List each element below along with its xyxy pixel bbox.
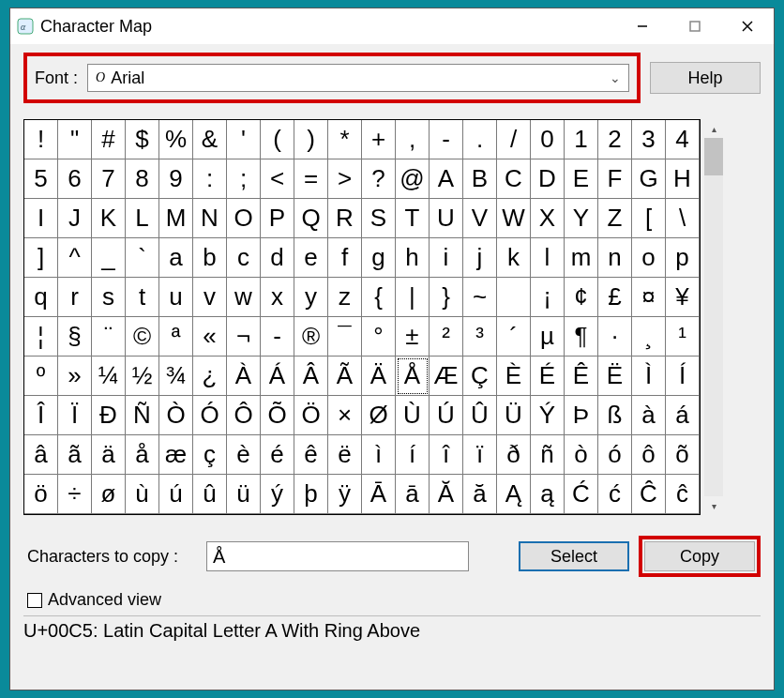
char-cell[interactable]: ` [126, 238, 159, 278]
char-cell[interactable]: Í [666, 357, 700, 396]
char-cell[interactable]: ê [294, 435, 328, 475]
copy-button[interactable]: Copy [644, 541, 755, 571]
char-cell[interactable]: = [294, 159, 328, 199]
char-cell[interactable]: ³ [463, 317, 497, 357]
char-cell[interactable]: _ [92, 238, 126, 278]
char-cell[interactable]: @ [396, 159, 430, 199]
char-cell[interactable]: z [328, 278, 362, 317]
char-cell[interactable]: © [126, 317, 159, 357]
char-cell[interactable]: o [632, 238, 666, 278]
char-cell[interactable]: · [598, 317, 632, 357]
char-cell[interactable]: É [531, 357, 565, 396]
char-cell[interactable]: õ [666, 435, 700, 475]
char-cell[interactable]: } [430, 278, 463, 317]
char-cell[interactable]: f [328, 238, 362, 278]
char-cell[interactable]: Î [24, 396, 58, 435]
char-cell[interactable]: A [430, 159, 463, 199]
char-cell[interactable]: Ú [430, 396, 463, 435]
char-cell[interactable]: » [58, 357, 92, 396]
characters-to-copy-input[interactable] [206, 541, 469, 571]
char-cell[interactable]: ¨ [92, 317, 126, 357]
char-cell[interactable]: ¿ [193, 357, 227, 396]
char-cell[interactable]: j [463, 238, 497, 278]
select-button[interactable]: Select [519, 541, 629, 571]
char-cell[interactable]: g [362, 238, 396, 278]
char-cell[interactable]: p [666, 238, 700, 278]
char-cell[interactable]: ² [430, 317, 463, 357]
char-cell[interactable]: × [328, 396, 362, 435]
char-cell[interactable]: ½ [126, 357, 159, 396]
char-cell[interactable]: P [261, 199, 294, 238]
char-cell[interactable]: È [497, 357, 531, 396]
char-cell[interactable]: ) [294, 120, 328, 159]
char-cell[interactable]: i [430, 238, 463, 278]
char-cell[interactable]: G [632, 159, 666, 199]
char-cell[interactable]: « [193, 317, 227, 357]
char-cell[interactable]: - [261, 317, 294, 357]
char-cell[interactable]: h [396, 238, 430, 278]
maximize-button[interactable] [669, 8, 721, 44]
char-cell[interactable]: ¢ [565, 278, 598, 317]
char-cell[interactable]: C [497, 159, 531, 199]
char-cell[interactable]: í [396, 435, 430, 475]
char-cell[interactable]: 2 [598, 120, 632, 159]
char-cell[interactable]: ç [193, 435, 227, 475]
scroll-thumb[interactable] [704, 138, 723, 175]
char-cell[interactable]: ù [126, 475, 159, 514]
char-cell[interactable]: < [261, 159, 294, 199]
char-cell[interactable]: ' [227, 120, 261, 159]
char-cell[interactable]: â [24, 435, 58, 475]
char-cell[interactable]: ~ [463, 278, 497, 317]
char-cell[interactable]: Ã [328, 357, 362, 396]
char-cell[interactable]: v [193, 278, 227, 317]
char-cell[interactable]: O [227, 199, 261, 238]
char-cell[interactable]: c [227, 238, 261, 278]
char-cell[interactable]: Q [294, 199, 328, 238]
char-cell[interactable]: Å [396, 357, 430, 396]
char-cell[interactable]: è [227, 435, 261, 475]
char-cell[interactable]: ( [261, 120, 294, 159]
char-cell[interactable]: W [497, 199, 531, 238]
character-grid[interactable]: !"#$%&'()*+,-./0123456789:;<=>?@ABCDEFGH… [23, 119, 701, 515]
char-cell[interactable]: H [666, 159, 700, 199]
char-cell[interactable]: þ [294, 475, 328, 514]
char-cell[interactable]: % [159, 120, 193, 159]
char-cell[interactable]: y [294, 278, 328, 317]
minimize-button[interactable] [616, 8, 669, 44]
char-cell[interactable]: Ă [430, 475, 463, 514]
font-dropdown[interactable]: O Arial ⌄ [87, 64, 629, 92]
char-cell[interactable]: Þ [565, 396, 598, 435]
char-cell[interactable]: Æ [430, 357, 463, 396]
char-cell[interactable]: * [328, 120, 362, 159]
char-cell[interactable]: m [565, 238, 598, 278]
char-cell[interactable]: ° [362, 317, 396, 357]
char-cell[interactable]: ; [227, 159, 261, 199]
char-cell[interactable]: F [598, 159, 632, 199]
char-cell[interactable]: Ï [58, 396, 92, 435]
char-cell[interactable]: º [24, 357, 58, 396]
char-cell[interactable]: x [261, 278, 294, 317]
char-cell[interactable]: î [430, 435, 463, 475]
char-cell[interactable]: ! [24, 120, 58, 159]
char-cell[interactable]: Ü [497, 396, 531, 435]
char-cell[interactable]: Õ [261, 396, 294, 435]
char-cell[interactable]: S [362, 199, 396, 238]
char-cell[interactable]: ö [24, 475, 58, 514]
char-cell[interactable]: e [294, 238, 328, 278]
char-cell[interactable]: k [497, 238, 531, 278]
char-cell[interactable]: ć [598, 475, 632, 514]
char-cell[interactable]: ð [497, 435, 531, 475]
char-cell[interactable]: t [126, 278, 159, 317]
char-cell[interactable]: J [58, 199, 92, 238]
char-cell[interactable]: X [531, 199, 565, 238]
char-cell[interactable]: ü [227, 475, 261, 514]
char-cell[interactable]: 9 [159, 159, 193, 199]
char-cell[interactable]: T [396, 199, 430, 238]
char-cell[interactable]: å [126, 435, 159, 475]
char-cell[interactable]: ą [531, 475, 565, 514]
char-cell[interactable]: Ù [396, 396, 430, 435]
char-cell[interactable]: , [396, 120, 430, 159]
char-cell[interactable]: ÷ [58, 475, 92, 514]
char-cell[interactable]: R [328, 199, 362, 238]
char-cell[interactable]: Ñ [126, 396, 159, 435]
